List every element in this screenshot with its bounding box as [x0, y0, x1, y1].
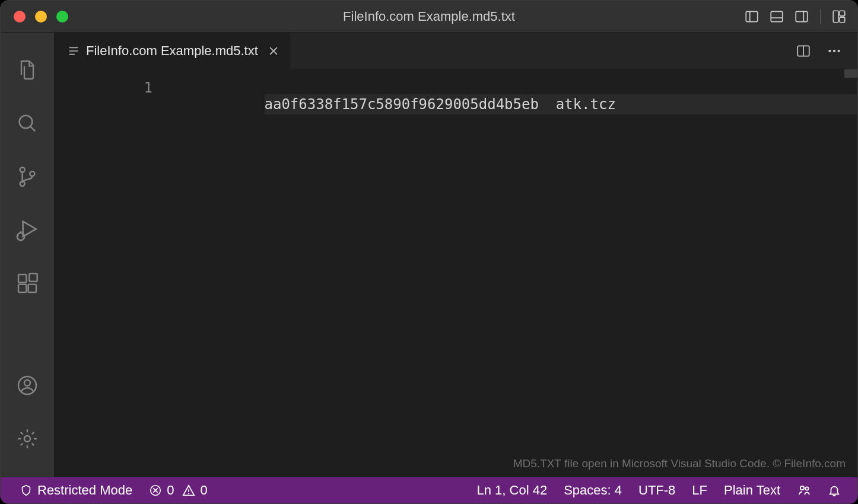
svg-rect-22: [29, 273, 37, 281]
status-errors-count: 0: [167, 483, 174, 498]
window-zoom-button[interactable]: [56, 11, 68, 23]
split-editor-icon[interactable]: [796, 43, 811, 59]
svg-line-16: [17, 235, 19, 236]
editor-content[interactable]: 1 aa0f6338f157c5890f9629005dd4b5eb atk.t…: [54, 69, 857, 477]
status-encoding-label: UTF-8: [638, 483, 675, 498]
feedback-icon: [797, 483, 811, 497]
svg-rect-8: [840, 17, 845, 23]
status-encoding[interactable]: UTF-8: [630, 477, 684, 503]
svg-point-34: [833, 49, 835, 52]
error-icon: [149, 484, 162, 497]
editor-gutter: 1: [54, 69, 179, 477]
close-icon[interactable]: [268, 45, 279, 57]
watermark-text: MD5.TXT file open in Microsoft Visual St…: [513, 457, 846, 470]
svg-rect-4: [796, 11, 808, 21]
window-title: FileInfo.com Example.md5.txt: [1, 9, 857, 24]
minimap-slider[interactable]: [844, 69, 857, 78]
activity-explorer-icon[interactable]: [1, 43, 54, 97]
activity-source-control-icon[interactable]: [1, 150, 54, 203]
status-language-label: Plain Text: [724, 483, 780, 498]
status-spaces-label: Spaces: 4: [564, 483, 622, 498]
svg-point-24: [24, 380, 30, 386]
bell-icon: [828, 484, 841, 497]
window-body: FileInfo.com Example.md5.txt: [1, 33, 857, 477]
activity-settings-icon[interactable]: [1, 412, 54, 465]
warning-icon: [182, 484, 195, 497]
file-lines-icon: [67, 44, 80, 58]
status-restricted-label: Restricted Mode: [37, 483, 132, 498]
status-feedback[interactable]: [789, 477, 819, 503]
status-warnings-count: 0: [200, 483, 207, 498]
activity-search-icon[interactable]: [1, 97, 54, 150]
activity-extensions-icon[interactable]: [1, 257, 54, 310]
activity-bar: [1, 33, 54, 477]
toggle-secondary-sidebar-icon[interactable]: [794, 9, 809, 24]
svg-line-10: [30, 126, 35, 131]
tabs-spacer: [291, 33, 796, 69]
status-problems[interactable]: 0 0: [141, 477, 216, 503]
status-eol-label: LF: [692, 483, 707, 498]
svg-point-42: [805, 487, 808, 490]
status-cursor-label: Ln 1, Col 42: [477, 483, 548, 498]
status-eol[interactable]: LF: [684, 477, 716, 503]
svg-point-35: [837, 49, 840, 52]
window-minimize-button[interactable]: [35, 11, 47, 23]
svg-point-13: [30, 171, 34, 176]
status-indentation[interactable]: Spaces: 4: [555, 477, 630, 503]
editor-tab-label: FileInfo.com Example.md5.txt: [86, 43, 258, 59]
traffic-lights: [14, 11, 68, 23]
svg-rect-21: [28, 285, 36, 292]
svg-rect-20: [18, 285, 26, 292]
editor-text-area[interactable]: aa0f6338f157c5890f9629005dd4b5eb atk.tcz: [179, 69, 857, 477]
svg-point-9: [20, 116, 33, 129]
toggle-primary-sidebar-icon[interactable]: [744, 9, 760, 24]
svg-rect-6: [833, 11, 838, 23]
status-language-mode[interactable]: Plain Text: [716, 477, 789, 503]
line-number: 1: [54, 78, 152, 98]
vscode-window: FileInfo.com Example.md5.txt: [0, 0, 858, 504]
status-notifications[interactable]: [819, 477, 849, 503]
svg-rect-0: [746, 11, 758, 21]
status-bar: Restricted Mode 0 0 Ln 1, Col 42 Spaces:…: [1, 477, 857, 503]
code-line[interactable]: aa0f6338f157c5890f9629005dd4b5eb atk.tcz: [265, 94, 858, 114]
svg-rect-2: [771, 11, 783, 21]
activity-run-debug-icon[interactable]: [1, 203, 54, 257]
svg-point-33: [828, 49, 831, 52]
editor-area: FileInfo.com Example.md5.txt: [54, 33, 857, 477]
svg-point-11: [20, 167, 25, 172]
editor-actions: [796, 33, 857, 69]
more-actions-icon[interactable]: [827, 43, 842, 59]
shield-icon: [20, 484, 33, 497]
window-close-button[interactable]: [14, 11, 26, 23]
titlebar-layout-controls: [744, 9, 847, 24]
svg-rect-19: [18, 275, 26, 282]
svg-point-25: [24, 436, 30, 442]
activity-accounts-icon[interactable]: [1, 359, 54, 412]
status-restricted-mode[interactable]: Restricted Mode: [11, 477, 141, 503]
toggle-panel-icon[interactable]: [769, 9, 784, 24]
customize-layout-icon[interactable]: [831, 9, 847, 24]
svg-line-17: [23, 235, 25, 236]
status-cursor-position[interactable]: Ln 1, Col 42: [469, 477, 556, 503]
editor-tabs: FileInfo.com Example.md5.txt: [54, 33, 857, 69]
svg-point-40: [189, 493, 190, 495]
titlebar: FileInfo.com Example.md5.txt: [1, 1, 857, 33]
svg-rect-7: [840, 11, 845, 16]
titlebar-separator: [820, 9, 821, 24]
editor-tab-active[interactable]: FileInfo.com Example.md5.txt: [54, 33, 291, 69]
svg-marker-14: [23, 221, 36, 237]
svg-point-41: [800, 486, 804, 490]
